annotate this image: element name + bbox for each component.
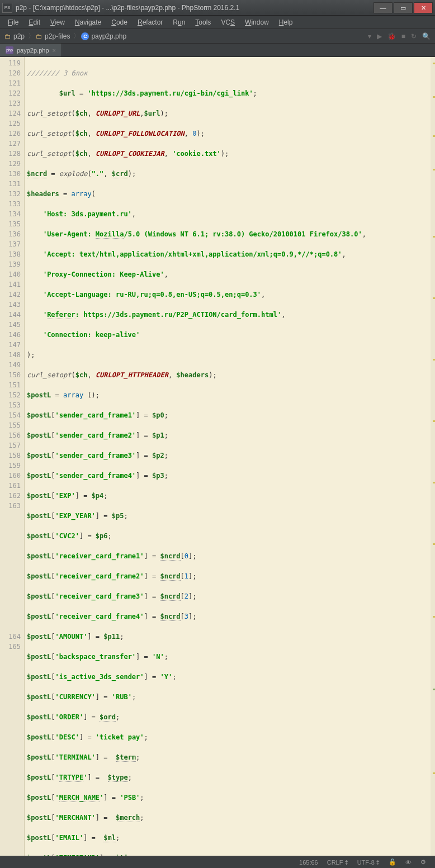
maximize-button[interactable]: ▭ <box>394 2 413 13</box>
menu-code[interactable]: Code <box>107 17 132 27</box>
menu-help[interactable]: Help <box>275 17 297 27</box>
status-position[interactable]: 165:66 <box>299 859 318 866</box>
settings-icon[interactable]: ⚙ <box>420 858 426 866</box>
lock-icon[interactable]: 🔓 <box>389 858 396 866</box>
close-tab-icon[interactable]: × <box>53 47 56 54</box>
menu-window[interactable]: Window <box>240 17 273 27</box>
breadcrumb-file[interactable]: C payp2p.php <box>81 32 126 40</box>
menubar: File Edit View Navigate Code Refactor Ru… <box>0 16 435 29</box>
menu-view[interactable]: View <box>46 17 69 27</box>
inspector-icon[interactable]: 👁 <box>405 859 412 866</box>
run-icon[interactable]: ▶ <box>377 32 382 40</box>
crumb-sep: 〉 <box>28 31 35 41</box>
minimize-button[interactable]: — <box>373 2 393 13</box>
tab-payp2p[interactable]: php payp2p.php × <box>0 44 62 56</box>
menu-edit[interactable]: Edit <box>24 17 45 27</box>
update-icon[interactable]: ↻ <box>411 32 417 40</box>
menu-file[interactable]: File <box>3 17 23 27</box>
folder-icon: 🗀 <box>36 32 42 40</box>
app-icon: PS <box>2 3 12 13</box>
window-title: p2p - [C:\xampp\htdocs\p2p] - ...\p2p-fi… <box>16 4 372 12</box>
menu-run[interactable]: Run <box>168 17 190 27</box>
code-text: //////// 3 блок <box>27 69 87 77</box>
nav-bar: 🗀 p2p 〉 🗀 p2p-files 〉 C payp2p.php ▾ ▶ 🐞… <box>0 29 435 44</box>
stop-icon[interactable]: ■ <box>401 32 405 40</box>
tab-label: payp2p.php <box>17 47 49 54</box>
error-stripe[interactable] <box>431 57 435 856</box>
code-area[interactable]: //////// 3 блок $url = 'https://3ds.paym… <box>25 57 435 856</box>
crumb-label: payp2p.php <box>91 32 126 40</box>
close-button[interactable]: ✕ <box>414 2 433 13</box>
breadcrumb-p2p[interactable]: 🗀 p2p <box>4 32 25 40</box>
menu-vcs[interactable]: VCS <box>216 17 239 27</box>
debug-icon[interactable]: 🐞 <box>387 32 396 40</box>
menu-tools[interactable]: Tools <box>191 17 215 27</box>
gutter: 1191201211221231241251261271281291301311… <box>0 57 25 856</box>
folder-icon: 🗀 <box>4 32 11 40</box>
crumb-sep: 〉 <box>73 31 80 41</box>
editor-tabs: php payp2p.php × <box>0 44 435 57</box>
editor-area[interactable]: 1191201211221231241251261271281291301311… <box>0 57 435 856</box>
file-icon: C <box>81 32 89 40</box>
menu-navigate[interactable]: Navigate <box>70 17 106 27</box>
status-encoding[interactable]: UTF-8 ‡ <box>357 859 380 866</box>
statusbar: 165:66 CRLF ‡ UTF-8 ‡ 🔓 👁 ⚙ <box>0 856 435 868</box>
breadcrumb-p2p-files[interactable]: 🗀 p2p-files <box>36 32 70 40</box>
status-line-ending[interactable]: CRLF ‡ <box>327 859 348 866</box>
run-config-dropdown[interactable]: ▾ <box>368 32 371 40</box>
search-icon[interactable]: 🔍 <box>422 32 431 40</box>
menu-refactor[interactable]: Refactor <box>133 17 167 27</box>
crumb-label: p2p <box>13 32 25 40</box>
php-icon: php <box>6 46 13 54</box>
crumb-label: p2p-files <box>45 32 70 40</box>
titlebar: PS p2p - [C:\xampp\htdocs\p2p] - ...\p2p… <box>0 0 435 16</box>
